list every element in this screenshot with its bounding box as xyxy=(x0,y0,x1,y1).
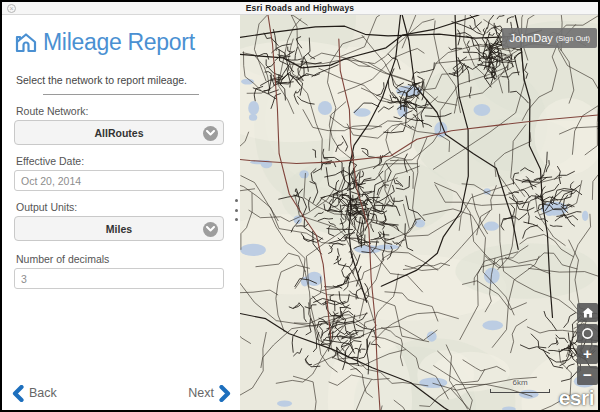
scale-label: 6km xyxy=(490,378,550,387)
panel-subtitle: Select the network to report mileage. xyxy=(16,74,240,86)
next-button[interactable]: Next xyxy=(188,385,231,402)
map-scalebar: 6km xyxy=(490,378,550,393)
user-name: JohnDay xyxy=(509,32,552,44)
user-badge: JohnDay (Sign Out) xyxy=(502,28,597,48)
effective-date-input[interactable] xyxy=(14,170,224,191)
locate-button[interactable] xyxy=(577,324,598,343)
screenshot-frame: × Esri Roads and Highways Mileage Report… xyxy=(0,0,600,412)
chevron-right-icon xyxy=(219,385,231,402)
decimals-input[interactable] xyxy=(14,268,224,289)
zoom-in-button[interactable]: + xyxy=(577,345,598,364)
app-title: Esri Roads and Highways xyxy=(246,3,355,13)
plus-icon: + xyxy=(583,347,592,361)
output-units-value: Miles xyxy=(106,223,132,235)
home-icon xyxy=(582,307,594,318)
map-controls: + − xyxy=(577,303,598,385)
back-button[interactable]: Back xyxy=(12,385,57,402)
map-roads-svg xyxy=(240,15,598,410)
app-window: × Esri Roads and Highways Mileage Report… xyxy=(2,2,598,410)
route-network-value: AllRoutes xyxy=(94,127,143,139)
wizard-nav: Back Next xyxy=(12,384,231,402)
chevron-down-icon xyxy=(203,222,218,237)
minus-icon: − xyxy=(583,368,592,382)
chevron-down-icon xyxy=(203,126,218,141)
map-home-button[interactable] xyxy=(577,303,598,322)
route-network-label: Route Network: xyxy=(16,105,226,117)
mileage-report-panel: Mileage Report Select the network to rep… xyxy=(2,15,240,410)
output-units-label: Output Units: xyxy=(16,201,226,213)
output-units-dropdown[interactable]: Miles xyxy=(14,216,224,241)
effective-date-label: Effective Date: xyxy=(16,155,226,167)
mileage-form: Route Network: AllRoutes Effective Date:… xyxy=(14,105,228,289)
divider xyxy=(43,94,199,95)
home-icon xyxy=(15,33,37,53)
panel-splitter-handle[interactable] xyxy=(233,199,239,221)
panel-title-row: Mileage Report xyxy=(15,29,240,56)
map-canvas[interactable]: JohnDay (Sign Out) + − xyxy=(240,15,598,410)
scale-line xyxy=(490,389,550,393)
page-title: Mileage Report xyxy=(43,29,195,56)
app-header: × Esri Roads and Highways xyxy=(2,2,598,15)
window-close-icon[interactable]: × xyxy=(7,4,16,13)
sign-out-link[interactable]: (Sign Out) xyxy=(556,34,590,43)
esri-logo: esri xyxy=(559,386,594,410)
route-network-dropdown[interactable]: AllRoutes xyxy=(14,120,224,145)
decimals-label: Number of decimals xyxy=(16,253,226,265)
zoom-out-button[interactable]: − xyxy=(577,366,598,385)
next-label: Next xyxy=(188,386,214,400)
chevron-left-icon xyxy=(12,385,24,402)
locate-icon xyxy=(581,327,594,340)
back-label: Back xyxy=(29,386,57,400)
